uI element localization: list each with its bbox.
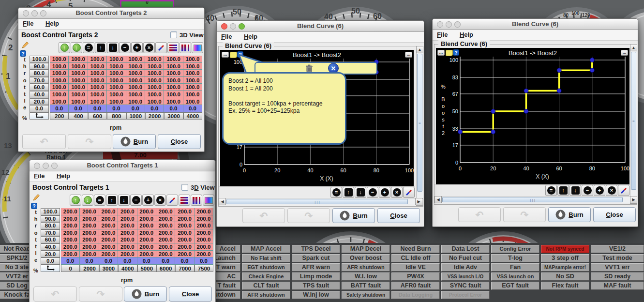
menu-file[interactable]: File (221, 32, 232, 42)
close-window-icon[interactable] (437, 21, 443, 28)
x-axis-tick[interactable]: 7000 (175, 265, 194, 272)
scroll-left-icon[interactable]: ◀ (434, 196, 442, 203)
shift-up-icon[interactable]: ↑ (343, 187, 354, 198)
table-cell[interactable]: 200.0 (156, 208, 175, 215)
title-bar[interactable]: Blend Curve (6) (217, 21, 424, 32)
row-header[interactable]: 40.0 (41, 243, 60, 251)
table-cell[interactable]: 200.0 (118, 222, 137, 229)
curve-point[interactable] (458, 130, 463, 134)
table-cell[interactable]: 0.0 (156, 257, 175, 265)
title-bar[interactable]: Boost Control Targets 2 (18, 8, 204, 19)
x-axis-tick[interactable]: 4000 (118, 265, 137, 272)
scale-up-icon[interactable]: ↑ (59, 42, 70, 53)
row-header[interactable]: 90.0 (30, 63, 49, 70)
shift-down-icon[interactable]: ↓ (118, 195, 130, 206)
table-cell[interactable]: 200.0 (118, 251, 137, 258)
set-equal-icon[interactable]: = (83, 42, 94, 53)
table-cell[interactable]: 100.0 (69, 98, 88, 106)
table-cell[interactable]: 100.0 (183, 63, 202, 70)
table-cell[interactable]: 200.0 (80, 222, 99, 229)
chart-menu-button[interactable]: ... (222, 52, 229, 58)
table-cell[interactable]: 200.0 (156, 222, 175, 229)
table-cell[interactable]: 0.0 (50, 105, 69, 112)
table-cell[interactable]: 100.0 (126, 56, 145, 63)
table-cell[interactable]: 100.0 (69, 63, 88, 70)
table-cell[interactable]: 200.0 (195, 236, 213, 243)
decrease-icon[interactable]: − (119, 42, 131, 53)
edit-pencil-icon[interactable] (32, 194, 40, 201)
minimize-window-icon[interactable] (446, 21, 452, 28)
increase-icon[interactable]: + (142, 195, 154, 206)
undo-button[interactable]: ↶ (22, 134, 66, 149)
table-cell[interactable]: 100.0 (107, 63, 126, 70)
menu-file[interactable]: File (23, 19, 33, 29)
redo-button[interactable]: ↷ (79, 287, 122, 302)
table-cell[interactable]: 200.0 (175, 222, 194, 229)
x-axis-tick[interactable]: 800 (107, 112, 126, 120)
shift-down-icon[interactable]: ↓ (107, 42, 119, 53)
table-cell[interactable]: 200.0 (80, 243, 99, 251)
table-cell[interactable]: 200.0 (175, 251, 194, 258)
vertical-scrollbar[interactable]: ▲ ≡ ▼ (630, 44, 637, 204)
3d-view-toggle[interactable]: 3D View (170, 30, 204, 39)
table-cell[interactable]: 200.0 (137, 222, 156, 229)
table-cell[interactable]: 200.0 (118, 236, 137, 243)
table-cell[interactable]: 100.0 (69, 77, 88, 84)
table-cell[interactable]: 100.0 (126, 84, 145, 91)
table-cell[interactable]: 200.0 (61, 236, 80, 243)
3d-view-checkbox[interactable] (181, 184, 188, 191)
scroll-right-icon[interactable]: ▶ (630, 196, 637, 203)
table-cell[interactable]: 200.0 (80, 208, 99, 215)
shift-up-icon[interactable]: ↑ (557, 185, 569, 196)
horizontal-scrollbar[interactable]: ◀ | | | ▶ (434, 196, 637, 203)
curve-point[interactable] (524, 109, 528, 114)
tooltip-note[interactable]: Boost 2 = All 100 Boost 1 = All 200 Boos… (222, 72, 346, 145)
table-cell[interactable]: 0.0 (99, 257, 118, 265)
table-cell[interactable]: 100.0 (88, 84, 107, 91)
table-cell[interactable]: 100.0 (107, 70, 126, 77)
table-cell[interactable]: 200.0 (175, 215, 194, 223)
undo-button[interactable]: ↶ (458, 207, 501, 222)
table-cell[interactable]: 200.0 (80, 229, 99, 237)
table-cell[interactable]: 200.0 (118, 229, 137, 237)
table-cell[interactable]: 100.0 (88, 63, 107, 70)
increase-icon[interactable]: + (131, 42, 143, 53)
x-axis-tick[interactable]: 400 (69, 112, 88, 120)
table-cell[interactable]: 100.0 (145, 84, 164, 91)
row-header[interactable]: 20.0 (41, 251, 60, 258)
table-cell[interactable]: 100.0 (69, 56, 88, 63)
table-cell[interactable]: 100.0 (88, 56, 107, 63)
shift-up-icon[interactable]: ↑ (106, 195, 118, 206)
table-cell[interactable]: 100.0 (145, 77, 164, 84)
x-axis-tick[interactable]: 5000 (137, 265, 156, 272)
close-button[interactable]: Close (593, 207, 636, 222)
chart-menu-button[interactable]: ... (437, 50, 445, 56)
x-axis-tick[interactable]: 6000 (156, 265, 175, 272)
note-icon[interactable] (446, 50, 453, 56)
table-cell[interactable]: 100.0 (50, 84, 69, 91)
axis-corner-icon[interactable] (30, 112, 49, 120)
menu-file[interactable]: File (437, 30, 448, 40)
table-cell[interactable]: 100.0 (145, 91, 164, 98)
scroll-left-icon[interactable]: ◀ (219, 198, 226, 205)
table-cell[interactable]: 0.0 (164, 105, 183, 112)
close-button[interactable]: Close (169, 287, 212, 302)
chart-menu-button-right[interactable]: ... (405, 52, 412, 58)
menu-help[interactable]: Help (57, 171, 70, 181)
table-cell[interactable]: 200.0 (61, 229, 80, 237)
table-cell[interactable]: 0.0 (107, 105, 126, 112)
table-cell[interactable]: 0.0 (61, 257, 80, 265)
table-cell[interactable]: 0.0 (145, 105, 164, 112)
table-cell[interactable]: 0.0 (80, 257, 99, 265)
chart-menu-button-right[interactable]: ... (621, 50, 628, 56)
scale-up-icon[interactable]: ↑ (70, 195, 81, 206)
table-cell[interactable]: 0.0 (183, 105, 202, 112)
row-header[interactable]: 60.0 (30, 84, 49, 91)
decrease-icon[interactable]: − (130, 195, 142, 206)
table-cell[interactable]: 0.0 (88, 105, 107, 112)
zoom-window-icon[interactable] (239, 23, 245, 30)
x-axis-tick[interactable]: 3000 (99, 265, 118, 272)
table-cell[interactable]: 100.0 (145, 63, 164, 70)
multiply-icon[interactable]: × (143, 42, 155, 53)
blend-curve-chart[interactable]: 01733506783100020406080100X (X)%Boost2 (436, 48, 629, 184)
